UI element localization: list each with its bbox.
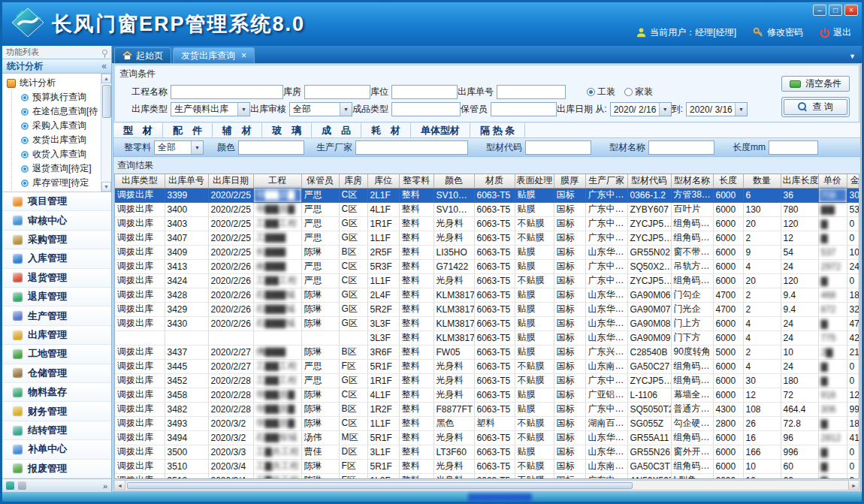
tree-item-budget-exec-query[interactable]: 预算执行查询 (12, 90, 99, 104)
tree-scrollbar[interactable]: ▲ ▼ (101, 74, 111, 192)
material-tab-glass[interactable]: 玻 璃 (262, 123, 312, 137)
maximize-button[interactable]: □ (829, 5, 842, 16)
table-row[interactable]: 调拨出库34932020/3/2华▇▇原▇陈琳C区1L1F整料黑色塑料不贴膜国标… (115, 416, 859, 430)
table-row[interactable]: 调拨出库34032020/2/25工▇▇工程严思G区1R1F整料光身料6063-… (115, 216, 859, 231)
column-header[interactable]: 膜厚 (554, 174, 585, 188)
expand-icon[interactable]: » (103, 481, 107, 490)
material-tab-auxiliary[interactable]: 辅 材 (213, 123, 262, 137)
project-name-input[interactable] (171, 85, 283, 99)
table-row[interactable]: 调拨出库34002020/2/25华▇▇原▇严思C区4L1F整料SV10…606… (115, 202, 859, 216)
column-header[interactable]: 库房 (339, 174, 367, 188)
scroll-thumb[interactable] (127, 482, 633, 489)
table-row[interactable]: 调拨出库33992020/2/25华▇▇原▇严思C区2L1F整料SV10…606… (115, 188, 859, 202)
outbound-audit-select[interactable]: 全部▼ (289, 102, 352, 116)
sidebar-item-outbound[interactable]: 出库管理 (2, 326, 111, 345)
sidebar-item-inventory[interactable]: 物料盘存 (2, 383, 111, 402)
column-header[interactable]: 生产厂家 (585, 174, 627, 188)
close-icon[interactable]: × (241, 51, 246, 60)
table-row[interactable]: 调拨出库34292020/2/26石▇▇▇城陈琳G区5R2F整料KLM38176… (115, 302, 859, 316)
sidebar-item-warehouse[interactable]: 仓储管理 (2, 364, 111, 383)
material-tab-insulation-strip[interactable]: 隔 热 条 (470, 123, 525, 137)
column-header[interactable]: 库位 (367, 174, 399, 188)
order-no-input[interactable] (497, 85, 566, 99)
sidebar-item-project[interactable]: 项目管理 (2, 192, 111, 211)
column-header[interactable]: 出库类型 (115, 174, 165, 188)
outbound-type-select[interactable]: 生产领料出库▼ (171, 102, 250, 116)
column-header[interactable]: 颜色 (434, 174, 474, 188)
sidebar-item-inbound[interactable]: 入库管理 (2, 249, 111, 268)
date-to-select[interactable]: 2020/ 3/16▼ (686, 102, 748, 116)
table-row[interactable]: 调拨出库34132020/2/26南▇▇▇严思C区5R3F整料G71422606… (115, 259, 859, 273)
sidebar-item-production[interactable]: 生产管理 (2, 306, 111, 325)
column-header[interactable]: 数量 (743, 174, 781, 188)
material-tab-single-profile[interactable]: 单体型材 (411, 123, 470, 137)
table-row[interactable]: 调拨出库35102020/3/4工▇共工程陈琳F区5R1F整料光身料6063-T… (115, 459, 859, 473)
leaf-icon[interactable] (6, 481, 14, 490)
tree-root-statistics[interactable]: 统计分析 (7, 76, 99, 90)
table-row[interactable]: 调拨出库34282020/2/26石▇▇▇城陈琳G区2L4F整料KLM38176… (115, 288, 859, 302)
scroll-up-icon[interactable]: ▲ (101, 74, 111, 83)
sidebar-item-carryover[interactable]: 结转管理 (2, 421, 111, 440)
collapse-icon[interactable]: « (101, 61, 107, 71)
scroll-down-icon[interactable]: ▼ (101, 182, 111, 192)
change-password-button[interactable]: 修改密码 (753, 26, 803, 39)
column-header[interactable]: 型材代码 (627, 174, 671, 188)
column-header[interactable]: 单价 (818, 174, 847, 188)
table-row[interactable]: 调拨出库34072020/2/25工▇▇▇严思G区1L1F整料光身料6063-T… (115, 231, 859, 245)
column-header[interactable]: 工程 (253, 174, 301, 188)
minimize-button[interactable]: – (813, 5, 826, 16)
column-header[interactable]: 金额 (847, 174, 859, 188)
table-row[interactable]: 调拨出库34452020/2/27工▇▇工程严思F区5R1F整料光身料6063-… (115, 359, 859, 373)
sidebar-item-return-warehouse[interactable]: 退库管理 (2, 288, 111, 306)
length-input[interactable] (769, 140, 818, 155)
column-header[interactable]: 出库单号 (165, 174, 208, 188)
profile-name-input[interactable] (648, 140, 714, 155)
table-row[interactable]: 调拨出库34092020/2/25长▇▇▇陈琳B区2R5F整料LI35HO606… (115, 245, 859, 259)
sidebar-item-finance[interactable]: 财务管理 (2, 402, 111, 421)
scroll-thumb[interactable] (102, 85, 111, 118)
table-row[interactable]: 调拨出库34522020/2/28工▇▇工程严思G区1R1F整料光身料6063-… (115, 373, 859, 388)
sidebar-item-site[interactable]: 工地管理 (2, 345, 111, 364)
table-row[interactable]: 调拨出库34822020/2/28华▇▇原▇陈琳B区1R2F整料F8877FT6… (115, 402, 859, 416)
tab-shipment-outbound-query[interactable]: 发货出库查询 × (173, 47, 255, 63)
column-header[interactable]: 整零料 (399, 174, 434, 188)
radio-unchecked-icon[interactable] (624, 88, 633, 96)
column-header[interactable]: 材质 (474, 174, 515, 188)
location-input[interactable] (391, 85, 458, 99)
date-from-select[interactable]: 2020/ 2/16▼ (610, 102, 672, 116)
close-button[interactable]: × (844, 5, 858, 16)
radio-gongzhuang[interactable]: 工装 (587, 86, 615, 98)
radio-jiazhuang[interactable]: 家装 (624, 86, 653, 98)
scroll-right-icon[interactable]: ► (848, 481, 859, 490)
clear-conditions-button[interactable]: 清空条件 (781, 76, 850, 92)
tree-item-shipment-outbound-query[interactable]: 发货出库查询 (12, 133, 99, 147)
column-header[interactable]: 表面处理 (515, 174, 554, 188)
maker-input[interactable] (355, 140, 468, 155)
pin-icon[interactable] (102, 50, 107, 55)
column-header[interactable]: 型材名称 (671, 174, 713, 188)
profile-code-input[interactable] (525, 140, 591, 155)
sidebar-item-supplement-center[interactable]: 补单中心 (2, 440, 111, 459)
table-row[interactable]: 调拨出库35002020/3/3工▇共工程曹佳D区3L1F整料LT3F60606… (115, 445, 859, 459)
column-header[interactable]: 保管员 (301, 174, 339, 188)
tree-item-purchase-inbound-query[interactable]: 采购入库查询 (12, 119, 99, 133)
material-tab-fitting[interactable]: 配 件 (163, 123, 213, 137)
table-row[interactable]: 调拨出库35122020/3/4工▇共工程陈琳F区1L2F整料光身料6063-T… (115, 473, 859, 479)
search-button[interactable]: 查 询 (784, 99, 847, 115)
tree-item-stock-query[interactable]: 库存管理[待定 (12, 176, 99, 190)
column-header[interactable]: 出库长度 (781, 174, 818, 188)
scroll-left-icon[interactable]: ◄ (115, 481, 125, 490)
radio-checked-icon[interactable] (587, 88, 595, 96)
chevron-down-icon[interactable]: ▼ (846, 53, 859, 63)
table-row[interactable]: 调拨出库34582020/2/28华▇▇原▇陈琳C区4L1F整料光身料6063-… (115, 388, 859, 402)
material-tab-consumable[interactable]: 耗 材 (361, 123, 411, 137)
product-type-input[interactable] (391, 102, 461, 116)
logout-button[interactable]: 退出 (820, 26, 851, 39)
keeper-input[interactable] (491, 102, 557, 116)
material-tab-finished[interactable]: 成 品 (312, 123, 361, 137)
table-row[interactable]: 调拨出库34242020/2/26工▇▇工程严思C区1L1F整料光身料6063-… (115, 273, 859, 288)
material-tab-profile[interactable]: 型 材 (113, 123, 163, 137)
tab-start-page[interactable]: 起始页 (114, 47, 171, 63)
sidebar-item-audit-center[interactable]: 审核中心 (2, 211, 111, 230)
column-header[interactable]: 长度 (713, 174, 743, 188)
